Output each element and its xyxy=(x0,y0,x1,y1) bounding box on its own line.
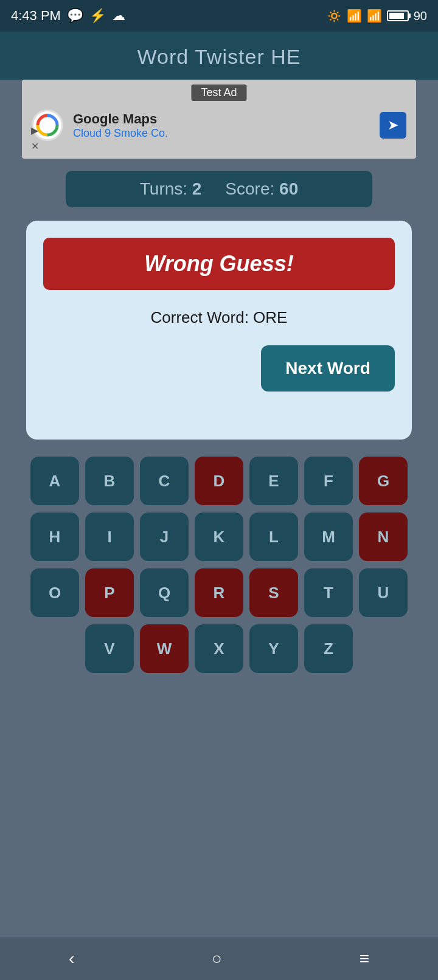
home-button[interactable]: ○ xyxy=(212,949,222,968)
key-r[interactable]: R xyxy=(195,568,243,617)
whatsapp-icon: 💬 xyxy=(67,8,83,24)
score-label: Score: xyxy=(225,179,274,198)
turns-value: 2 xyxy=(192,179,202,198)
wifi-icon: 📶 xyxy=(367,9,382,23)
key-j[interactable]: J xyxy=(140,512,189,561)
app-header: Word Twister HE xyxy=(0,32,438,80)
ad-controls: ▶ ✕ xyxy=(28,123,41,153)
vibrate-icon: 🔅 xyxy=(327,9,342,23)
key-h[interactable]: H xyxy=(30,512,79,561)
wrong-guess-text: Wrong Guess! xyxy=(144,251,293,276)
wrong-guess-banner: Wrong Guess! xyxy=(43,238,395,290)
key-a[interactable]: A xyxy=(30,457,79,505)
next-word-button[interactable]: Next Word xyxy=(261,345,395,392)
ad-text-block: Google Maps Cloud 9 Smoke Co. xyxy=(73,111,380,140)
ad-play-icon: ▶ xyxy=(28,123,41,137)
key-q[interactable]: Q xyxy=(140,568,189,617)
key-g[interactable]: G xyxy=(359,457,408,505)
turns-label: Turns: xyxy=(140,179,187,198)
key-c[interactable]: C xyxy=(140,457,189,505)
ad-arrow[interactable]: ➤ xyxy=(380,112,406,139)
key-l[interactable]: L xyxy=(249,512,298,561)
battery-icon xyxy=(387,10,409,21)
status-right: 🔅 📶 📶 90 xyxy=(327,9,427,23)
ad-company: Google Maps xyxy=(73,111,380,127)
ad-banner: Test Ad Google Maps Cloud 9 Smoke Co. ➤ … xyxy=(22,80,416,159)
keyboard-row-3: VWXYZ xyxy=(10,624,428,673)
menu-button[interactable]: ≡ xyxy=(360,949,369,968)
ad-label: Test Ad xyxy=(191,85,246,101)
key-s[interactable]: S xyxy=(249,568,298,617)
key-f[interactable]: F xyxy=(304,457,353,505)
back-button[interactable]: ‹ xyxy=(69,949,74,968)
key-p[interactable]: P xyxy=(85,568,134,617)
key-w[interactable]: W xyxy=(140,624,189,673)
key-n[interactable]: N xyxy=(359,512,408,561)
key-u[interactable]: U xyxy=(359,568,408,617)
key-z[interactable]: Z xyxy=(304,624,353,673)
key-e[interactable]: E xyxy=(249,457,298,505)
battery-label: 90 xyxy=(414,9,427,23)
key-i[interactable]: I xyxy=(85,512,134,561)
score-value: 60 xyxy=(279,179,298,198)
score-text: Turns: 2 Score: 60 xyxy=(140,179,298,198)
correct-word-text: Correct Word: ORE xyxy=(43,308,395,327)
key-m[interactable]: M xyxy=(304,512,353,561)
keyboard-row-0: ABCDEFG xyxy=(10,457,428,505)
time-label: 4:43 PM xyxy=(11,8,61,24)
key-k[interactable]: K xyxy=(195,512,243,561)
key-x[interactable]: X xyxy=(195,624,243,673)
ad-subtitle: Cloud 9 Smoke Co. xyxy=(73,127,380,140)
cloud-icon: ☁ xyxy=(112,8,125,24)
key-o[interactable]: O xyxy=(30,568,79,617)
keyboard-row-2: OPQRSTU xyxy=(10,568,428,617)
key-y[interactable]: Y xyxy=(249,624,298,673)
ad-content: Google Maps Cloud 9 Smoke Co. ➤ xyxy=(22,103,416,147)
keyboard-section: ABCDEFGHIJKLMNOPQRSTUVWXYZ xyxy=(0,440,438,686)
key-b[interactable]: B xyxy=(85,457,134,505)
status-bar: 4:43 PM 💬 ⚡ ☁ 🔅 📶 📶 90 xyxy=(0,0,438,32)
svg-point-1 xyxy=(44,122,51,129)
ad-close-icon[interactable]: ✕ xyxy=(28,139,41,153)
app-title: Word Twister HE xyxy=(137,45,301,68)
key-v[interactable]: V xyxy=(85,624,134,673)
dialog-overlay: Wrong Guess! Correct Word: ORE Next Word xyxy=(26,221,412,440)
key-d[interactable]: D xyxy=(195,457,243,505)
status-left: 4:43 PM 💬 ⚡ ☁ xyxy=(11,8,125,24)
keyboard-row-1: HIJKLMN xyxy=(10,512,428,561)
key-t[interactable]: T xyxy=(304,568,353,617)
usb-icon: ⚡ xyxy=(89,8,106,24)
score-bar: Turns: 2 Score: 60 xyxy=(66,171,372,207)
signal-icon: 📶 xyxy=(347,9,362,23)
nav-bar: ‹ ○ ≡ xyxy=(0,937,438,980)
